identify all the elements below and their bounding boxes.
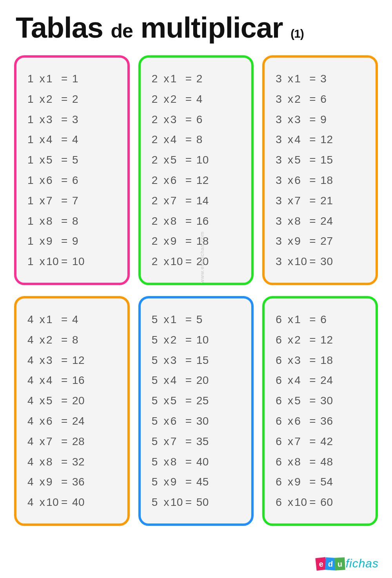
operand-a: 1 — [27, 211, 38, 231]
operand-a: 3 — [276, 231, 287, 251]
operand-a: 2 — [152, 109, 163, 130]
logo-script: fichas — [346, 557, 379, 570]
operand-a: 2 — [152, 150, 163, 170]
result: 36 — [320, 411, 368, 431]
equals-symbol: = — [309, 89, 320, 109]
result: 24 — [320, 211, 368, 231]
result: 18 — [320, 170, 368, 191]
times-symbol: x — [163, 309, 171, 330]
result: 28 — [72, 431, 120, 452]
table-row: 3x6=18 — [276, 170, 368, 191]
table-row: 2x7=14 — [152, 191, 244, 211]
equals-symbol: = — [309, 411, 320, 431]
result: 16 — [72, 370, 120, 391]
times-symbol: x — [287, 231, 294, 251]
times-symbol: x — [287, 411, 294, 431]
operand-b: 4 — [294, 370, 309, 391]
result: 60 — [320, 492, 368, 513]
operand-b: 10 — [171, 492, 185, 513]
operand-a: 1 — [27, 89, 38, 109]
operand-a: 2 — [152, 170, 163, 191]
result: 21 — [320, 191, 368, 211]
operand-a: 4 — [27, 391, 38, 411]
times-symbol: x — [38, 129, 46, 150]
operand-b: 8 — [46, 452, 61, 472]
operand-a: 3 — [276, 150, 287, 170]
equals-symbol: = — [309, 472, 320, 492]
operand-b: 7 — [294, 191, 309, 211]
operand-a: 6 — [276, 309, 287, 330]
operand-b: 4 — [46, 370, 61, 391]
equals-symbol: = — [61, 472, 72, 492]
equals-symbol: = — [185, 231, 196, 251]
table-row: 4x7=28 — [27, 431, 120, 452]
operand-a: 6 — [276, 472, 287, 492]
operand-a: 1 — [27, 69, 38, 89]
table-card-2: 2x1=22x2=42x3=62x4=82x5=102x6=122x7=142x… — [138, 55, 254, 285]
operand-a: 4 — [27, 472, 38, 492]
equals-symbol: = — [309, 109, 320, 130]
operand-a: 5 — [152, 472, 163, 492]
equals-symbol: = — [61, 191, 72, 211]
result: 35 — [196, 431, 244, 452]
result: 9 — [320, 109, 368, 130]
result: 6 — [72, 170, 120, 191]
times-symbol: x — [287, 431, 294, 452]
operand-a: 1 — [27, 231, 38, 251]
table-row: 2x8=16 — [152, 211, 244, 231]
watermark: www.edufichas.com — [199, 231, 205, 283]
equals-symbol: = — [185, 431, 196, 452]
table-row: 1x8=8 — [27, 211, 120, 231]
equals-symbol: = — [61, 309, 72, 330]
times-symbol: x — [287, 350, 294, 371]
times-symbol: x — [287, 170, 294, 191]
times-symbol: x — [163, 472, 171, 492]
operand-b: 2 — [294, 89, 309, 109]
operand-a: 2 — [152, 191, 163, 211]
equals-symbol: = — [309, 150, 320, 170]
table-row: 3x4=12 — [276, 129, 368, 150]
equals-symbol: = — [309, 391, 320, 411]
table-row: 2x6=12 — [152, 170, 244, 191]
operand-a: 3 — [276, 89, 287, 109]
table-row: 2x5=10 — [152, 150, 244, 170]
result: 6 — [196, 109, 244, 130]
result: 30 — [320, 391, 368, 411]
times-symbol: x — [287, 109, 294, 130]
operand-b: 1 — [294, 309, 309, 330]
operand-b: 5 — [46, 391, 61, 411]
equals-symbol: = — [185, 350, 196, 371]
table-row: 4x8=32 — [27, 452, 120, 472]
result: 3 — [320, 69, 368, 89]
table-row: 4x2=8 — [27, 330, 120, 350]
operand-b: 7 — [294, 431, 309, 452]
times-symbol: x — [287, 129, 294, 150]
operand-b: 4 — [171, 129, 185, 150]
operand-a: 5 — [152, 309, 163, 330]
result: 25 — [196, 391, 244, 411]
result: 30 — [320, 251, 368, 272]
operand-b: 1 — [294, 69, 309, 89]
operand-a: 4 — [27, 452, 38, 472]
operand-a: 4 — [27, 431, 38, 452]
table-row: 5x4=20 — [152, 370, 244, 391]
times-symbol: x — [163, 492, 171, 513]
result: 16 — [196, 211, 244, 231]
result: 5 — [196, 309, 244, 330]
table-row: 3x3=9 — [276, 109, 368, 130]
equals-symbol: = — [185, 370, 196, 391]
logo-block-u: u — [334, 557, 345, 570]
times-symbol: x — [163, 211, 171, 231]
table-row: 3x1=3 — [276, 69, 368, 89]
times-symbol: x — [38, 492, 46, 513]
operand-a: 6 — [276, 411, 287, 431]
operand-a: 3 — [276, 69, 287, 89]
table-row: 6x8=48 — [276, 452, 368, 472]
times-symbol: x — [38, 472, 46, 492]
times-symbol: x — [287, 191, 294, 211]
operand-b: 7 — [171, 431, 185, 452]
title-word-de: de — [111, 20, 133, 42]
table-row: 5x7=35 — [152, 431, 244, 452]
times-symbol: x — [38, 150, 46, 170]
equals-symbol: = — [185, 191, 196, 211]
